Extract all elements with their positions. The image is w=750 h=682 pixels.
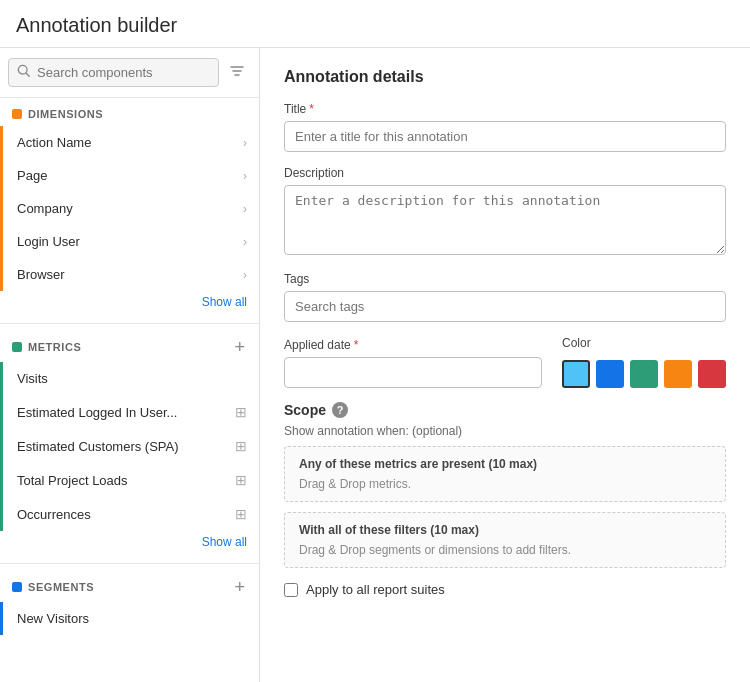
description-input[interactable]	[284, 185, 726, 255]
tags-label: Tags	[284, 272, 726, 286]
sidebar-item[interactable]: Action Name ›	[0, 126, 259, 159]
swatch-green[interactable]	[630, 360, 658, 388]
table-icon: ⊞	[235, 472, 247, 488]
tags-field-group: Tags	[284, 272, 726, 322]
metrics-show-all[interactable]: Show all	[0, 531, 259, 559]
dimensions-dot	[12, 109, 22, 119]
sidebar-item[interactable]: Login User ›	[0, 225, 259, 258]
required-star: *	[309, 102, 314, 116]
scope-label: Scope	[284, 402, 326, 418]
search-icon	[17, 64, 31, 81]
search-input[interactable]	[37, 65, 210, 80]
swatch-orange[interactable]	[664, 360, 692, 388]
tags-input[interactable]	[284, 291, 726, 322]
chevron-right-icon: ›	[243, 202, 247, 216]
table-icon: ⊞	[235, 506, 247, 522]
scope-section: Scope ? Show annotation when: (optional)…	[284, 402, 726, 568]
sidebar-item[interactable]: New Visitors	[0, 602, 259, 635]
sidebar-search-row	[0, 48, 259, 98]
apply-checkbox[interactable]	[284, 583, 298, 597]
description-field-group: Description	[284, 166, 726, 258]
dimensions-show-all[interactable]: Show all	[0, 291, 259, 319]
segments-label: SEGMENTS	[28, 581, 94, 593]
annotation-details-title: Annotation details	[284, 68, 726, 86]
title-input[interactable]	[284, 121, 726, 152]
title-label: Title *	[284, 102, 726, 116]
svg-line-1	[26, 73, 29, 76]
sidebar: DIMENSIONS Action Name › Page › Company …	[0, 48, 260, 682]
metrics-header: METRICS +	[0, 328, 259, 362]
apply-row: Apply to all report suites	[284, 582, 726, 597]
chevron-right-icon: ›	[243, 268, 247, 282]
scope-subtitle: Show annotation when: (optional)	[284, 424, 726, 438]
add-segment-button[interactable]: +	[232, 578, 247, 596]
applied-date-label: Applied date	[284, 338, 351, 352]
apply-label: Apply to all report suites	[306, 582, 445, 597]
color-field: Color	[562, 336, 726, 388]
dimensions-label: DIMENSIONS	[28, 108, 103, 120]
color-swatches	[562, 360, 726, 388]
divider	[0, 323, 259, 324]
chevron-right-icon: ›	[243, 169, 247, 183]
sidebar-item[interactable]: Occurrences ⊞	[0, 497, 259, 531]
swatch-blue[interactable]	[596, 360, 624, 388]
color-label: Color	[562, 336, 726, 350]
filter-icon[interactable]	[225, 59, 249, 86]
description-label: Description	[284, 166, 726, 180]
sidebar-item[interactable]: Total Project Loads ⊞	[0, 463, 259, 497]
metrics-drop-header: Any of these metrics are present (10 max…	[299, 457, 711, 471]
table-icon: ⊞	[235, 404, 247, 420]
applied-date-field: Applied date * Feb 2, 2022 - Feb 2, 2022	[284, 338, 542, 388]
search-wrap[interactable]	[8, 58, 219, 87]
swatch-red[interactable]	[698, 360, 726, 388]
chevron-right-icon: ›	[243, 136, 247, 150]
sidebar-item[interactable]: Visits	[0, 362, 259, 395]
title-field-group: Title *	[284, 102, 726, 152]
date-color-row: Applied date * Feb 2, 2022 - Feb 2, 2022…	[284, 336, 726, 388]
required-star: *	[354, 338, 359, 352]
sidebar-item[interactable]: Estimated Logged In User... ⊞	[0, 395, 259, 429]
sidebar-item[interactable]: Page ›	[0, 159, 259, 192]
dimensions-header: DIMENSIONS	[0, 98, 259, 126]
segments-header: SEGMENTS +	[0, 568, 259, 602]
segments-dot	[12, 582, 22, 592]
table-icon: ⊞	[235, 438, 247, 454]
filters-drop-header: With all of these filters (10 max)	[299, 523, 711, 537]
filters-drop-hint: Drag & Drop segments or dimensions to ad…	[299, 543, 711, 557]
metrics-drop-zone: Any of these metrics are present (10 max…	[284, 446, 726, 502]
divider	[0, 563, 259, 564]
sidebar-item[interactable]: Browser ›	[0, 258, 259, 291]
right-panel: Annotation details Title * Description T…	[260, 48, 750, 682]
metrics-dot	[12, 342, 22, 352]
date-input[interactable]: Feb 2, 2022 - Feb 2, 2022	[284, 357, 542, 388]
add-metric-button[interactable]: +	[232, 338, 247, 356]
filters-drop-zone: With all of these filters (10 max) Drag …	[284, 512, 726, 568]
swatch-light-blue[interactable]	[562, 360, 590, 388]
metrics-drop-hint: Drag & Drop metrics.	[299, 477, 711, 491]
sidebar-item[interactable]: Company ›	[0, 192, 259, 225]
metrics-label: METRICS	[28, 341, 81, 353]
help-icon[interactable]: ?	[332, 402, 348, 418]
page-title: Annotation builder	[0, 0, 750, 48]
sidebar-item[interactable]: Estimated Customers (SPA) ⊞	[0, 429, 259, 463]
scope-header: Scope ?	[284, 402, 726, 418]
chevron-right-icon: ›	[243, 235, 247, 249]
